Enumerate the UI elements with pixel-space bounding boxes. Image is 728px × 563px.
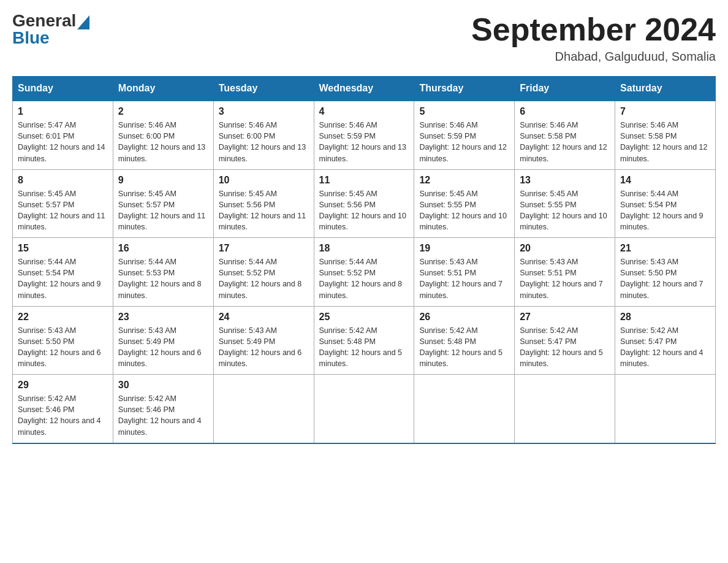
page-header: General Blue September 2024 Dhabad, Galg… [12,12,716,64]
day-number: 15 [18,243,108,254]
calendar-cell: 23Sunrise: 5:43 AMSunset: 5:49 PMDayligh… [113,306,213,375]
calendar-week-row: 1Sunrise: 5:47 AMSunset: 6:01 PMDaylight… [13,101,716,169]
calendar-cell [314,375,414,443]
calendar-cell: 2Sunrise: 5:46 AMSunset: 6:00 PMDaylight… [113,101,213,169]
calendar-cell [213,375,314,443]
calendar-cell: 16Sunrise: 5:44 AMSunset: 5:53 PMDayligh… [113,238,213,307]
calendar-cell [515,375,615,443]
day-number: 17 [219,243,309,254]
calendar-cell: 1Sunrise: 5:47 AMSunset: 6:01 PMDaylight… [13,101,113,169]
day-info: Sunrise: 5:42 AMSunset: 5:48 PMDaylight:… [419,325,509,370]
day-info: Sunrise: 5:43 AMSunset: 5:49 PMDaylight:… [219,325,309,370]
day-info: Sunrise: 5:47 AMSunset: 6:01 PMDaylight:… [18,120,108,164]
calendar-cell: 28Sunrise: 5:42 AMSunset: 5:47 PMDayligh… [615,306,716,375]
day-number: 1 [18,106,108,117]
day-info: Sunrise: 5:44 AMSunset: 5:54 PMDaylight:… [18,256,108,301]
day-info: Sunrise: 5:42 AMSunset: 5:46 PMDaylight:… [18,393,108,438]
day-info: Sunrise: 5:46 AMSunset: 6:00 PMDaylight:… [219,120,309,164]
day-info: Sunrise: 5:45 AMSunset: 5:56 PMDaylight:… [219,188,309,233]
calendar-cell: 14Sunrise: 5:44 AMSunset: 5:54 PMDayligh… [615,169,716,238]
day-number: 6 [520,106,610,117]
calendar-cell: 11Sunrise: 5:45 AMSunset: 5:56 PMDayligh… [314,169,414,238]
calendar-header-friday: Friday [515,77,615,101]
day-info: Sunrise: 5:46 AMSunset: 6:00 PMDaylight:… [118,120,208,164]
calendar-cell: 22Sunrise: 5:43 AMSunset: 5:50 PMDayligh… [13,306,113,375]
day-info: Sunrise: 5:45 AMSunset: 5:55 PMDaylight:… [419,188,509,233]
title-area: September 2024 Dhabad, Galguduud, Somali… [471,12,716,64]
day-info: Sunrise: 5:43 AMSunset: 5:49 PMDaylight:… [118,325,208,370]
day-number: 23 [118,312,208,323]
svg-marker-0 [77,15,89,29]
calendar-cell: 20Sunrise: 5:43 AMSunset: 5:51 PMDayligh… [515,238,615,307]
calendar-week-row: 8Sunrise: 5:45 AMSunset: 5:57 PMDaylight… [13,169,716,238]
calendar-cell: 15Sunrise: 5:44 AMSunset: 5:54 PMDayligh… [13,238,113,307]
day-number: 16 [118,243,208,254]
calendar-cell: 5Sunrise: 5:46 AMSunset: 5:59 PMDaylight… [414,101,515,169]
calendar-cell: 3Sunrise: 5:46 AMSunset: 6:00 PMDaylight… [213,101,314,169]
day-info: Sunrise: 5:42 AMSunset: 5:47 PMDaylight:… [620,325,710,370]
logo-blue-text: Blue [12,28,50,47]
calendar-cell: 4Sunrise: 5:46 AMSunset: 5:59 PMDaylight… [314,101,414,169]
calendar-cell: 10Sunrise: 5:45 AMSunset: 5:56 PMDayligh… [213,169,314,238]
day-number: 7 [620,106,710,117]
day-number: 30 [118,380,208,391]
day-info: Sunrise: 5:46 AMSunset: 5:58 PMDaylight:… [620,120,710,164]
day-info: Sunrise: 5:46 AMSunset: 5:59 PMDaylight:… [319,120,409,164]
day-info: Sunrise: 5:46 AMSunset: 5:59 PMDaylight:… [419,120,509,164]
calendar-cell: 8Sunrise: 5:45 AMSunset: 5:57 PMDaylight… [13,169,113,238]
day-number: 3 [219,106,309,117]
calendar-cell: 21Sunrise: 5:43 AMSunset: 5:50 PMDayligh… [615,238,716,307]
day-number: 11 [319,175,409,186]
day-number: 8 [18,175,108,186]
calendar-week-row: 15Sunrise: 5:44 AMSunset: 5:54 PMDayligh… [13,238,716,307]
logo-general-text: General [12,12,76,29]
day-number: 12 [419,175,509,186]
day-info: Sunrise: 5:42 AMSunset: 5:48 PMDaylight:… [319,325,409,370]
day-number: 21 [620,243,710,254]
calendar-header-thursday: Thursday [414,77,515,101]
calendar-header-saturday: Saturday [615,77,716,101]
calendar-cell: 12Sunrise: 5:45 AMSunset: 5:55 PMDayligh… [414,169,515,238]
day-info: Sunrise: 5:43 AMSunset: 5:51 PMDaylight:… [419,256,509,301]
calendar-week-row: 29Sunrise: 5:42 AMSunset: 5:46 PMDayligh… [13,375,716,443]
day-number: 4 [319,106,409,117]
day-info: Sunrise: 5:43 AMSunset: 5:51 PMDaylight:… [520,256,610,301]
calendar-header-sunday: Sunday [13,77,113,101]
day-number: 14 [620,175,710,186]
calendar-header-row: SundayMondayTuesdayWednesdayThursdayFrid… [13,77,716,101]
day-info: Sunrise: 5:42 AMSunset: 5:46 PMDaylight:… [118,393,208,438]
day-info: Sunrise: 5:43 AMSunset: 5:50 PMDaylight:… [18,325,108,370]
calendar-cell: 26Sunrise: 5:42 AMSunset: 5:48 PMDayligh… [414,306,515,375]
calendar-cell [414,375,515,443]
day-info: Sunrise: 5:46 AMSunset: 5:58 PMDaylight:… [520,120,610,164]
day-number: 28 [620,312,710,323]
calendar-cell: 17Sunrise: 5:44 AMSunset: 5:52 PMDayligh… [213,238,314,307]
day-info: Sunrise: 5:45 AMSunset: 5:56 PMDaylight:… [319,188,409,233]
calendar-cell: 18Sunrise: 5:44 AMSunset: 5:52 PMDayligh… [314,238,414,307]
day-number: 5 [419,106,509,117]
calendar-header-tuesday: Tuesday [213,77,314,101]
calendar-cell: 9Sunrise: 5:45 AMSunset: 5:57 PMDaylight… [113,169,213,238]
day-info: Sunrise: 5:45 AMSunset: 5:57 PMDaylight:… [18,188,108,233]
day-number: 19 [419,243,509,254]
calendar-cell: 30Sunrise: 5:42 AMSunset: 5:46 PMDayligh… [113,375,213,443]
day-info: Sunrise: 5:44 AMSunset: 5:53 PMDaylight:… [118,256,208,301]
day-info: Sunrise: 5:43 AMSunset: 5:50 PMDaylight:… [620,256,710,301]
day-info: Sunrise: 5:44 AMSunset: 5:52 PMDaylight:… [219,256,309,301]
calendar-cell: 6Sunrise: 5:46 AMSunset: 5:58 PMDaylight… [515,101,615,169]
calendar-header-monday: Monday [113,77,213,101]
calendar-week-row: 22Sunrise: 5:43 AMSunset: 5:50 PMDayligh… [13,306,716,375]
calendar-cell [615,375,716,443]
page-subtitle: Dhabad, Galguduud, Somalia [471,50,716,64]
day-info: Sunrise: 5:44 AMSunset: 5:54 PMDaylight:… [620,188,710,233]
calendar-cell: 19Sunrise: 5:43 AMSunset: 5:51 PMDayligh… [414,238,515,307]
calendar-cell: 7Sunrise: 5:46 AMSunset: 5:58 PMDaylight… [615,101,716,169]
calendar-cell: 27Sunrise: 5:42 AMSunset: 5:47 PMDayligh… [515,306,615,375]
day-number: 22 [18,312,108,323]
day-number: 2 [118,106,208,117]
day-number: 26 [419,312,509,323]
day-number: 10 [219,175,309,186]
day-number: 18 [319,243,409,254]
day-number: 29 [18,380,108,391]
calendar-table: SundayMondayTuesdayWednesdayThursdayFrid… [12,76,716,444]
